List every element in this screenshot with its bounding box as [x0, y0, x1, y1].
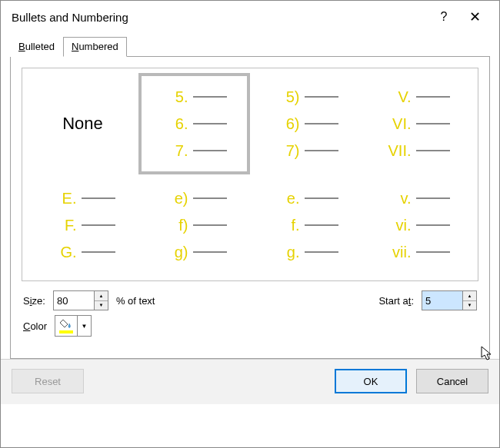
- close-button[interactable]: ✕: [459, 8, 490, 25]
- dialog-title: Bullets and Numbering: [12, 11, 428, 24]
- format-roman-upper[interactable]: V. VI. VII.: [362, 73, 473, 174]
- chevron-down-icon[interactable]: ▼: [77, 316, 91, 336]
- format-alpha-lower-paren[interactable]: e) f) g): [138, 174, 250, 276]
- start-at-label: Start at:: [378, 295, 414, 307]
- tab-numbered[interactable]: Numbered: [63, 37, 127, 57]
- format-none-label: None: [62, 114, 103, 134]
- size-input[interactable]: [54, 291, 94, 310]
- ok-button[interactable]: OK: [335, 369, 407, 393]
- start-at-input[interactable]: [422, 291, 462, 310]
- format-alpha-upper-period[interactable]: E. F. G.: [27, 174, 138, 276]
- size-spin-up[interactable]: ▲: [95, 291, 108, 301]
- start-at-spin-down[interactable]: ▼: [463, 301, 476, 310]
- color-picker[interactable]: ▼: [55, 315, 92, 337]
- cancel-button[interactable]: Cancel: [416, 369, 488, 393]
- size-spin-down[interactable]: ▼: [95, 301, 108, 310]
- tab-bulleted[interactable]: Bulleted: [10, 37, 63, 57]
- color-label: Color: [23, 320, 47, 332]
- number-format-grid: None 5. 6. 7. 5) 6) 7): [27, 73, 473, 276]
- format-arabic-paren[interactable]: 5) 6) 7): [250, 73, 362, 174]
- format-roman-lower[interactable]: v. vi. vii.: [362, 174, 473, 276]
- format-alpha-lower-period[interactable]: e. f. g.: [250, 174, 362, 276]
- start-at-spin-up[interactable]: ▲: [463, 291, 476, 301]
- color-swatch: [59, 330, 73, 334]
- reset-button: Reset: [12, 369, 84, 393]
- size-label: Size:: [23, 295, 45, 307]
- size-suffix: % of text: [116, 295, 155, 307]
- help-button[interactable]: ?: [428, 10, 459, 24]
- format-none[interactable]: None: [27, 73, 138, 174]
- size-spinner[interactable]: ▲ ▼: [53, 290, 108, 310]
- tab-row: Bulleted Numbered: [10, 36, 490, 57]
- format-arabic-period[interactable]: 5. 6. 7.: [138, 73, 250, 174]
- start-at-spinner[interactable]: ▲ ▼: [422, 290, 477, 310]
- paint-bucket-icon: [55, 316, 77, 336]
